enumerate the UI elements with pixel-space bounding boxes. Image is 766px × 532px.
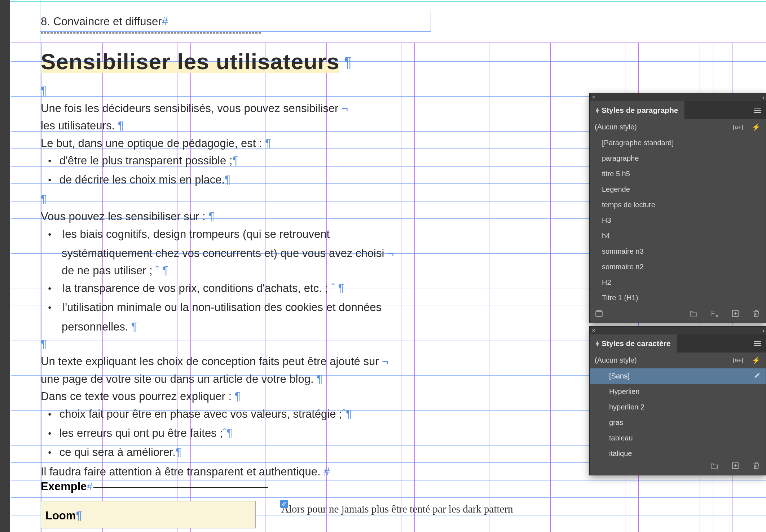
style-item[interactable]: sommaire n2: [590, 259, 766, 275]
style-name: titre 5 h5: [602, 170, 630, 178]
body-text: Une fois les décideurs sensibilisés, vou…: [41, 102, 338, 115]
style-name: gras: [609, 418, 623, 427]
new-style-icon[interactable]: [731, 461, 740, 472]
body-text: Le but, dans une optique de pédagogie, e…: [41, 137, 262, 150]
style-item[interactable]: [Paragraphe standard]: [590, 135, 766, 151]
collapse-icon[interactable]: ‹‹: [762, 328, 763, 333]
override-icon[interactable]: [a+]: [733, 357, 743, 364]
body-text: Un texte expliquant les choix de concept…: [41, 355, 379, 368]
character-styles-panel[interactable]: × ‹‹ ▴▾ Styles de caractère (Aucun style…: [589, 326, 766, 475]
nbsp-icon: ˆ: [155, 264, 159, 277]
pilcrow-icon: ¶: [41, 82, 495, 99]
document-canvas[interactable]: 8. Convaincre et diffuser# Sensibiliser …: [0, 0, 766, 532]
close-icon[interactable]: ×: [592, 94, 595, 101]
cc-libraries-icon[interactable]: [595, 309, 603, 320]
example-rule: [93, 487, 268, 488]
folder-icon[interactable]: [689, 309, 698, 320]
style-name: sommaire n2: [602, 263, 644, 271]
list-item: d'être le plus transparent possible ;: [60, 154, 233, 167]
clear-override-icon[interactable]: [710, 309, 719, 320]
style-item[interactable]: Titre 1 (H1): [590, 290, 766, 306]
current-style-row[interactable]: (Aucun style) [a+] ⚡: [590, 353, 766, 368]
list-item: les biais cognitifs, design trompeurs (q…: [62, 228, 330, 240]
collapse-icon[interactable]: ‹‹: [762, 94, 763, 100]
svg-rect-0: [596, 311, 602, 316]
close-icon[interactable]: ×: [592, 327, 595, 334]
pilcrow-icon: ¶: [344, 54, 352, 70]
current-style-label: (Aucun style): [595, 356, 637, 364]
body-text: Dans ce texte vous pourrez expliquer :: [41, 390, 232, 403]
panel-menu-button[interactable]: [749, 101, 766, 119]
new-style-icon[interactable]: [731, 309, 740, 320]
example-label: Exemple: [41, 480, 87, 493]
list-item: la transparence de vos prix, conditions …: [62, 282, 328, 294]
nbsp-icon: ˆ: [342, 408, 346, 420]
style-item[interactable]: h4: [590, 228, 766, 244]
character-style-list[interactable]: [Sans] Hyperlien hyperlien 2 gras tablea…: [590, 368, 766, 458]
style-name: Hyperlien: [609, 387, 639, 396]
style-item[interactable]: tableau: [590, 430, 766, 446]
thread-link-icon[interactable]: [280, 500, 288, 508]
ruler-guide-horizontal[interactable]: [0, 1, 766, 2]
paragraph-style-list[interactable]: [Paragraphe standard] paragraphe titre 5…: [590, 135, 766, 306]
pilcrow-icon: ¶: [41, 191, 495, 208]
soft-return-icon: ¬: [342, 102, 348, 115]
style-name: temps de lecture: [602, 201, 655, 209]
body-text: Il faudra faire attention à être transpa…: [41, 465, 321, 478]
style-item[interactable]: H3: [590, 213, 766, 228]
style-item[interactable]: Hyperlien: [590, 384, 766, 399]
end-of-story-marker: #: [87, 481, 93, 493]
style-name: paragraphe: [602, 154, 639, 163]
list-item: personnelles.: [62, 320, 128, 333]
chevrons-icon: ▴▾: [596, 341, 599, 346]
soft-return-icon: ¬: [382, 355, 388, 368]
pilcrow-icon: ¶: [208, 210, 215, 223]
paragraph-styles-panel[interactable]: × ‹‹ ▴▾ Styles de paragraphe (Aucun styl…: [589, 93, 766, 323]
pilcrow-icon: ¶: [317, 373, 323, 385]
style-item[interactable]: [Sans]: [590, 368, 766, 384]
panel-footer: [590, 306, 766, 323]
style-name: Legende: [602, 185, 630, 194]
style-item[interactable]: paragraphe: [590, 151, 766, 166]
style-item[interactable]: Legende: [590, 182, 766, 197]
pilcrow-icon: ¶: [338, 282, 344, 294]
panel-chrome[interactable]: × ‹‹: [590, 327, 766, 334]
current-style-row[interactable]: (Aucun style) [a+] ⚡: [590, 119, 766, 135]
style-name: [Paragraphe standard]: [602, 139, 674, 147]
nbsp-icon: ˆ: [223, 427, 226, 439]
panel-chrome[interactable]: × ‹‹: [590, 93, 766, 101]
trash-icon[interactable]: [752, 309, 761, 320]
pilcrow-icon: ¶: [232, 154, 238, 167]
quick-apply-icon[interactable]: ⚡: [752, 356, 761, 364]
serif-body-text: Alors pour ne jamais plus être tenté par…: [281, 503, 541, 515]
list-item: choix fait pour être en phase avec vos v…: [60, 408, 342, 420]
not-editable-icon: [754, 372, 761, 380]
style-name: [Sans]: [609, 372, 630, 380]
style-item[interactable]: italique: [590, 446, 766, 458]
style-item[interactable]: gras: [590, 415, 766, 430]
style-item[interactable]: temps de lecture: [590, 197, 766, 213]
pilcrow-icon: ¶: [176, 446, 182, 458]
chevrons-icon: ▴▾: [596, 108, 599, 113]
style-name: H2: [602, 278, 611, 287]
folder-icon[interactable]: [710, 461, 719, 472]
loom-frame[interactable]: Loom¶: [41, 501, 256, 528]
tab-character-styles[interactable]: ▴▾ Styles de caractère: [590, 334, 677, 353]
style-name: H3: [602, 216, 611, 225]
end-of-story-marker: #: [323, 465, 330, 478]
list-item: de ne pas utiliser ;: [62, 264, 153, 277]
list-item: les erreurs qui ont pu être faites ;: [60, 427, 223, 439]
style-item[interactable]: H2: [590, 275, 766, 290]
panel-menu-button[interactable]: [749, 334, 766, 353]
tab-label: Styles de paragraphe: [602, 106, 678, 115]
tab-paragraph-styles[interactable]: ▴▾ Styles de paragraphe: [590, 101, 685, 119]
quick-apply-icon[interactable]: ⚡: [752, 123, 761, 131]
style-item[interactable]: sommaire n3: [590, 244, 766, 259]
pilcrow-icon: ¶: [76, 509, 82, 522]
style-item[interactable]: hyperlien 2: [590, 399, 766, 415]
style-item[interactable]: titre 5 h5: [590, 166, 766, 182]
trash-icon[interactable]: [752, 461, 761, 472]
main-text-frame[interactable]: 8. Convaincre et diffuser# Sensibiliser …: [41, 14, 495, 480]
override-icon[interactable]: [a+]: [733, 124, 743, 131]
body-text: les utilisateurs.: [41, 119, 115, 132]
